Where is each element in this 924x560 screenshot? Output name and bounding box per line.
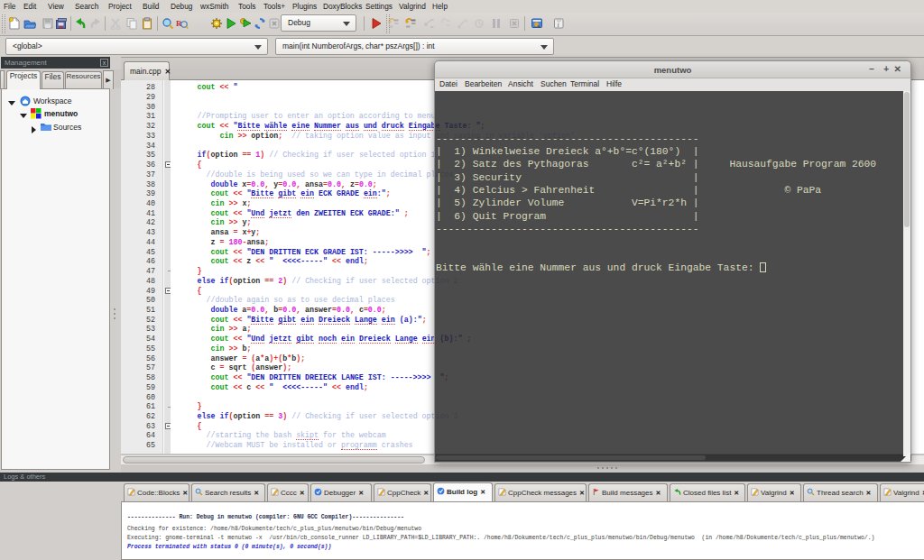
svg-text:i: i <box>558 21 559 29</box>
